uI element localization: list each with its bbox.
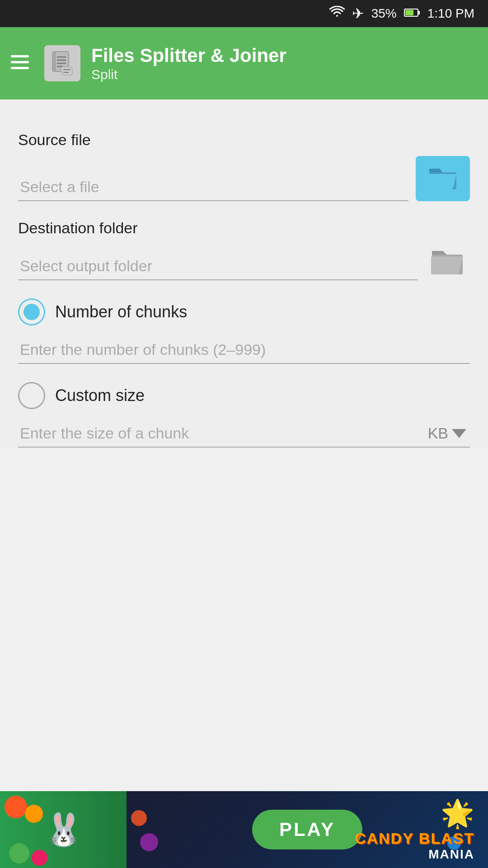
svg-rect-4 xyxy=(11,55,29,57)
status-icons: ✈ 35% 1:10 PM xyxy=(329,5,474,22)
custom-size-input-row: KB xyxy=(18,420,470,448)
folder-open-blue-icon xyxy=(427,165,459,192)
svg-point-0 xyxy=(336,15,338,17)
app-header: Files Splitter & Joiner Split xyxy=(0,27,488,99)
source-file-browse-button[interactable] xyxy=(416,156,470,201)
number-of-chunks-radio[interactable] xyxy=(18,298,45,326)
wifi-icon xyxy=(329,6,345,22)
folder-open-gray-icon xyxy=(429,246,465,278)
destination-folder-section: Destination folder xyxy=(18,219,470,280)
custom-size-label: Custom size xyxy=(55,386,145,405)
ad-play-button[interactable]: PLAY xyxy=(252,810,362,849)
custom-size-input[interactable] xyxy=(18,420,424,448)
unit-text: KB xyxy=(428,425,448,442)
battery-icon xyxy=(404,6,420,21)
number-of-chunks-option: Number of chunks xyxy=(18,298,470,326)
number-of-chunks-input[interactable] xyxy=(18,336,470,364)
app-subtitle: Split xyxy=(91,67,286,82)
ad-left-decoration: 🐰 xyxy=(0,791,127,868)
status-bar: ✈ 35% 1:10 PM xyxy=(0,0,488,27)
app-title: Files Splitter & Joiner xyxy=(91,44,286,67)
destination-folder-row xyxy=(18,244,470,280)
ad-candy-text: CANDY BLAST xyxy=(355,830,474,847)
chunks-input-row xyxy=(18,336,470,364)
radio-inner-selected xyxy=(23,304,40,320)
source-file-section: Source file xyxy=(18,131,470,201)
ad-play-label: PLAY xyxy=(279,819,335,840)
ad-game-title: 🌟 CANDY BLAST MANIA xyxy=(355,797,474,862)
custom-size-radio[interactable] xyxy=(18,382,45,409)
number-of-chunks-label: Number of chunks xyxy=(55,302,187,321)
svg-rect-6 xyxy=(11,67,29,69)
dropdown-arrow-icon xyxy=(452,429,466,438)
destination-folder-browse-button[interactable] xyxy=(425,244,470,280)
source-file-input[interactable] xyxy=(18,174,408,201)
svg-rect-5 xyxy=(11,61,29,63)
main-content: Source file Destination folder xyxy=(0,99,488,448)
svg-rect-13 xyxy=(61,67,72,75)
ad-banner-inner: 🐰 PLAY 🌟 CANDY BLAST MANIA xyxy=(0,791,488,868)
unit-dropdown[interactable]: KB xyxy=(424,420,470,448)
source-file-label: Source file xyxy=(18,131,470,149)
destination-folder-input[interactable] xyxy=(18,253,418,280)
hamburger-menu-icon[interactable] xyxy=(11,52,29,74)
source-file-row xyxy=(18,156,470,201)
app-icon xyxy=(44,45,80,81)
svg-rect-3 xyxy=(405,10,413,15)
ad-blast-text: MANIA xyxy=(428,847,474,862)
destination-folder-label: Destination folder xyxy=(18,219,470,237)
airplane-icon: ✈ xyxy=(352,5,364,22)
custom-size-option: Custom size xyxy=(18,382,470,409)
ad-banner[interactable]: 🐰 PLAY 🌟 CANDY BLAST MANIA xyxy=(0,791,488,868)
svg-rect-2 xyxy=(418,11,420,14)
battery-percent: 35% xyxy=(371,6,397,21)
app-title-group: Files Splitter & Joiner Split xyxy=(91,44,286,82)
time-display: 1:10 PM xyxy=(427,6,474,21)
